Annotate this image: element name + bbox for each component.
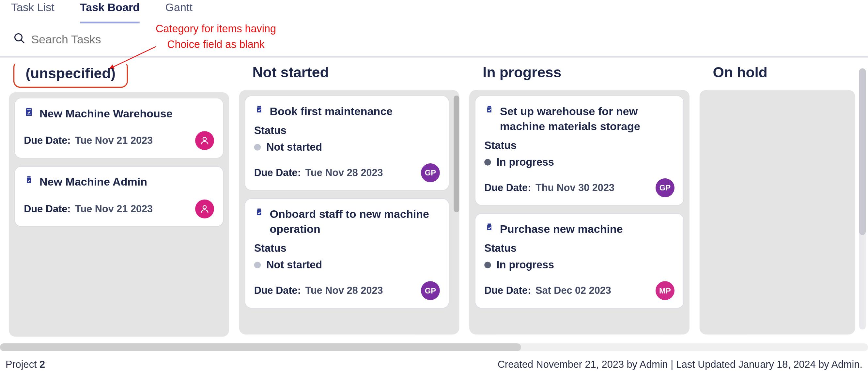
- task-title: Book first maintenance: [270, 104, 393, 119]
- task-card[interactable]: Book first maintenance Status Not starte…: [245, 96, 450, 190]
- task-title: Set up warehouse for new machine materia…: [500, 104, 675, 134]
- project-label: Project 2: [5, 359, 45, 371]
- svg-rect-5: [27, 178, 31, 183]
- due-date-value: Thu Nov 30 2023: [535, 182, 615, 194]
- due-date-label: Due Date:: [254, 285, 301, 296]
- column-body-in-progress[interactable]: Set up warehouse for new machine materia…: [469, 90, 689, 334]
- clipboard-check-icon: [254, 207, 264, 220]
- clipboard-check-icon: [24, 106, 34, 119]
- clipboard-check-icon: [484, 104, 494, 118]
- task-title: Onboard staff to new machine operation: [270, 207, 439, 237]
- due-date-label: Due Date:: [24, 203, 70, 215]
- board-wrap: (unspecified) New Machine Warehouse Due …: [0, 57, 868, 351]
- status-label: Status: [484, 139, 675, 152]
- svg-rect-10: [487, 225, 491, 230]
- status-dot-icon: [254, 144, 261, 150]
- search-input[interactable]: [31, 33, 176, 46]
- clipboard-check-icon: [484, 222, 494, 235]
- svg-point-4: [203, 137, 206, 140]
- assignee-avatar[interactable]: [195, 200, 214, 219]
- assignee-avatar[interactable]: GP: [421, 163, 440, 182]
- task-card[interactable]: New Machine Admin Due Date: Tue Nov 21 2…: [14, 166, 223, 227]
- tab-task-board[interactable]: Task Board: [80, 0, 140, 24]
- column-body-unspecified[interactable]: New Machine Warehouse Due Date: Tue Nov …: [9, 92, 229, 337]
- due-date-value: Tue Nov 28 2023: [305, 285, 383, 296]
- status-label: Status: [254, 125, 440, 137]
- task-title: Purchase new machine: [500, 222, 623, 237]
- due-date-value: Tue Nov 28 2023: [305, 167, 383, 179]
- tab-task-list[interactable]: Task List: [11, 0, 55, 22]
- horizontal-scrollbar-thumb[interactable]: [0, 344, 521, 351]
- task-card[interactable]: Set up warehouse for new machine materia…: [475, 96, 684, 205]
- due-date-value: Sat Dec 02 2023: [535, 285, 611, 296]
- status-dot-icon: [484, 262, 491, 268]
- due-date-label: Due Date:: [484, 285, 531, 296]
- assignee-avatar[interactable]: MP: [656, 281, 675, 300]
- status-dot-icon: [484, 159, 491, 165]
- tabs: Task List Task Board Gantt: [0, 0, 868, 24]
- task-board: (unspecified) New Machine Warehouse Due …: [0, 64, 868, 341]
- clipboard-check-icon: [254, 104, 264, 118]
- due-date-label: Due Date:: [254, 167, 301, 179]
- svg-line-1: [21, 40, 24, 43]
- column-scrollbar[interactable]: [454, 96, 459, 212]
- status-label: Status: [254, 242, 440, 254]
- status-value: In progress: [497, 156, 554, 168]
- column-title-on-hold: On hold: [700, 64, 855, 90]
- svg-point-6: [203, 205, 206, 209]
- search-row: Category for items having Choice field a…: [0, 24, 868, 57]
- vertical-scrollbar[interactable]: [859, 68, 866, 330]
- svg-point-0: [15, 34, 22, 41]
- assignee-avatar[interactable]: GP: [656, 178, 675, 197]
- project-number: 2: [39, 359, 45, 370]
- column-title-in-progress: In progress: [469, 64, 689, 90]
- task-title: New Machine Warehouse: [39, 106, 173, 121]
- status-value: Not started: [266, 259, 322, 271]
- clipboard-check-icon: [24, 174, 34, 188]
- due-date-value: Tue Nov 21 2023: [75, 135, 153, 147]
- status-value: Not started: [266, 141, 322, 153]
- assignee-avatar[interactable]: GP: [421, 281, 440, 300]
- project-word: Project: [5, 359, 36, 370]
- vertical-scrollbar-thumb[interactable]: [859, 68, 866, 235]
- task-card[interactable]: Purchase new machine Status In progress …: [475, 213, 684, 308]
- svg-rect-7: [257, 107, 261, 112]
- column-not-started: Not started Book first maintenance Statu…: [239, 64, 460, 337]
- due-date-label: Due Date:: [484, 182, 531, 194]
- footer-meta: Created November 21, 2023 by Admin | Las…: [498, 359, 863, 371]
- column-on-hold: On hold: [700, 64, 855, 337]
- footer: Project 2 Created November 21, 2023 by A…: [0, 351, 868, 371]
- task-card[interactable]: New Machine Warehouse Due Date: Tue Nov …: [14, 98, 223, 159]
- column-body-on-hold[interactable]: [700, 90, 855, 334]
- svg-rect-8: [257, 210, 261, 215]
- due-date-value: Tue Nov 21 2023: [75, 203, 153, 215]
- task-card[interactable]: Onboard staff to new machine operation S…: [245, 198, 450, 308]
- svg-rect-3: [27, 109, 31, 115]
- status-value: In progress: [497, 259, 554, 271]
- column-title-not-started: Not started: [239, 64, 460, 90]
- column-body-not-started[interactable]: Book first maintenance Status Not starte…: [239, 90, 460, 334]
- search-icon: [13, 32, 26, 46]
- horizontal-scrollbar[interactable]: [0, 344, 868, 351]
- svg-rect-9: [487, 107, 491, 112]
- column-unspecified: (unspecified) New Machine Warehouse Due …: [9, 64, 229, 337]
- assignee-avatar[interactable]: [195, 131, 214, 150]
- status-label: Status: [484, 242, 675, 254]
- tab-gantt[interactable]: Gantt: [165, 0, 192, 22]
- due-date-label: Due Date:: [24, 135, 70, 147]
- column-in-progress: In progress Set up warehouse for new mac…: [469, 64, 689, 337]
- column-title-unspecified: (unspecified): [13, 64, 128, 88]
- task-title: New Machine Admin: [39, 174, 147, 190]
- status-dot-icon: [254, 262, 261, 268]
